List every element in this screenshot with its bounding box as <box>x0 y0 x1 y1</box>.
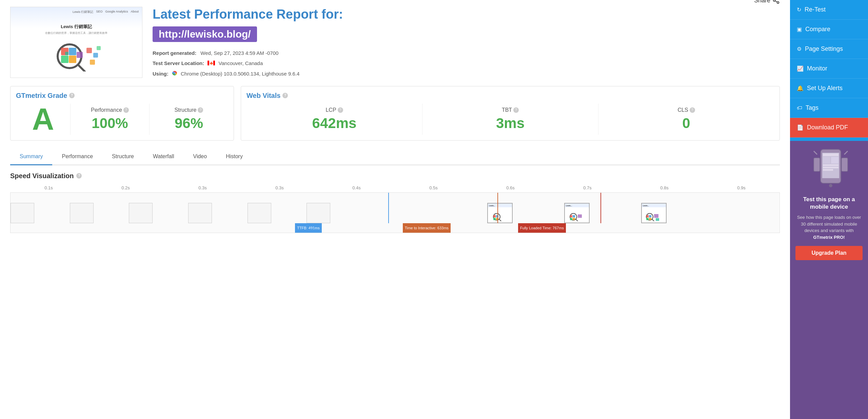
svg-point-23 <box>174 72 175 74</box>
svg-text:🍁: 🍁 <box>210 61 214 65</box>
svg-rect-40 <box>649 215 651 217</box>
mobile-device-icon <box>812 148 849 192</box>
frame-9: Lewis... <box>641 203 667 223</box>
svg-rect-3 <box>69 48 76 55</box>
svg-rect-6 <box>77 52 83 58</box>
upgrade-plan-button[interactable]: Upgrade Plan <box>795 246 863 260</box>
report-meta: Report generated: Wed, Sep 27, 2023 4:59… <box>153 48 780 79</box>
tabs-list: Summary Performance Structure Waterfall … <box>10 149 780 165</box>
svg-rect-49 <box>831 157 839 164</box>
gtmetrix-grade-help[interactable]: ? <box>69 93 75 98</box>
svg-rect-57 <box>842 158 848 171</box>
set-up-alerts-button[interactable]: 🔔 Set Up Alerts <box>790 79 868 98</box>
web-vitals-title: Web Vitals ? <box>246 92 774 100</box>
svg-rect-11 <box>97 46 101 50</box>
svg-line-55 <box>844 151 848 154</box>
ttfb-marker <box>388 193 389 223</box>
svg-line-25 <box>499 219 502 221</box>
report-title: Latest Performance Report for: <box>153 7 780 22</box>
tab-performance[interactable]: Performance <box>52 149 102 165</box>
speed-viz-bar: Lewis... <box>10 192 780 233</box>
tabs-container: Summary Performance Structure Waterfall … <box>10 149 780 165</box>
redirect-label: Redirect: 368ms <box>295 228 320 233</box>
frame-3 <box>188 203 212 223</box>
thumbnail-puzzle-image <box>42 38 110 71</box>
svg-rect-5 <box>69 56 76 63</box>
performance-value: 100% <box>74 115 146 131</box>
alerts-icon: 🔔 <box>797 85 804 91</box>
tab-waterfall[interactable]: Waterfall <box>143 149 184 165</box>
cls-stat: CLS ? 0 <box>598 104 774 135</box>
lcp-help[interactable]: ? <box>338 107 343 113</box>
promo-desc: See how this page loads on over 30 diffe… <box>795 214 863 240</box>
canada-flag-icon: 🍁 <box>208 59 215 69</box>
flt-label: Fully Loaded Time: 767ms <box>518 223 566 233</box>
monitor-button[interactable]: 📈 Monitor <box>790 59 868 79</box>
page-settings-button[interactable]: ⚙ Page Settings <box>790 39 868 59</box>
retest-button[interactable]: ↻ Re-Test <box>790 0 868 20</box>
svg-line-31 <box>576 219 578 221</box>
chrome-icon <box>172 69 177 79</box>
speed-viz-help[interactable]: ? <box>76 173 82 179</box>
gtmetrix-grade-card: GTmetrix Grade ? A Performance ? 100% <box>10 86 234 141</box>
tags-button[interactable]: 🏷 Tags <box>790 98 868 118</box>
share-button[interactable]: Share <box>754 0 780 4</box>
tbt-stat: TBT ? 3ms <box>422 104 598 135</box>
settings-icon: ⚙ <box>797 46 802 52</box>
pdf-icon: 📄 <box>797 124 804 131</box>
svg-rect-43 <box>654 214 658 218</box>
tab-structure[interactable]: Structure <box>102 149 143 165</box>
speed-visualization-section: Speed Visualization ? 0.1s 0.2s 0.3s 0.3… <box>10 172 780 233</box>
svg-line-1 <box>78 65 85 71</box>
lcp-stat: LCP ? 642ms <box>246 104 422 135</box>
svg-rect-7 <box>65 52 68 55</box>
svg-rect-39 <box>646 215 649 217</box>
svg-point-14 <box>777 2 779 3</box>
svg-point-13 <box>773 0 775 1</box>
svg-rect-44 <box>656 218 659 221</box>
tti-marker <box>497 193 498 223</box>
mobile-device-illustration <box>812 148 846 192</box>
svg-rect-47 <box>823 153 839 156</box>
svg-line-54 <box>814 151 817 154</box>
share-icon <box>772 0 780 4</box>
frame-7: Lewis... <box>487 203 513 223</box>
speed-viz-title: Speed Visualization ? <box>10 172 780 180</box>
tab-video[interactable]: Video <box>184 149 217 165</box>
frame-4 <box>248 203 271 223</box>
tags-icon: 🏷 <box>797 105 802 111</box>
frame-2 <box>129 203 153 223</box>
thumbnail-site-subtitle: 在數位行銷的世界，掌握這些工具，讓行銷更有效率 <box>45 31 107 35</box>
performance-help[interactable]: ? <box>123 107 129 113</box>
tbt-value: 3ms <box>426 115 595 131</box>
web-vitals-help[interactable]: ? <box>282 93 288 98</box>
svg-rect-36 <box>578 214 582 218</box>
svg-rect-35 <box>573 218 575 220</box>
svg-rect-28 <box>493 218 496 220</box>
web-vitals-body: LCP ? 642ms TBT ? 3ms CL <box>246 104 774 135</box>
svg-rect-18 <box>213 61 215 65</box>
structure-value: 96% <box>153 115 225 131</box>
svg-rect-34 <box>570 218 572 220</box>
cls-value: 0 <box>602 115 771 131</box>
svg-rect-51 <box>823 167 839 168</box>
download-pdf-button[interactable]: 📄 Download PDF <box>790 118 868 138</box>
promo-card: Test this page on a mobile device See ho… <box>790 141 868 419</box>
tab-summary[interactable]: Summary <box>10 149 52 165</box>
cls-help[interactable]: ? <box>690 107 695 113</box>
frame-1 <box>70 203 94 223</box>
grades-section: GTmetrix Grade ? A Performance ? 100% <box>10 86 780 141</box>
svg-rect-52 <box>823 169 833 171</box>
svg-line-15 <box>775 1 777 2</box>
tbt-help[interactable]: ? <box>513 107 519 113</box>
tti-label: Time to Interactive: 633ms <box>403 223 451 233</box>
svg-point-53 <box>829 184 832 187</box>
compare-button[interactable]: ▣ Compare <box>790 20 868 39</box>
structure-help[interactable]: ? <box>198 107 203 113</box>
svg-rect-32 <box>570 215 572 217</box>
frame-5 <box>307 203 330 223</box>
svg-rect-56 <box>814 158 820 171</box>
report-url[interactable]: http://lewisko.blog/ <box>153 26 257 42</box>
frame-8: Lewis... <box>564 203 590 223</box>
tab-history[interactable]: History <box>216 149 252 165</box>
